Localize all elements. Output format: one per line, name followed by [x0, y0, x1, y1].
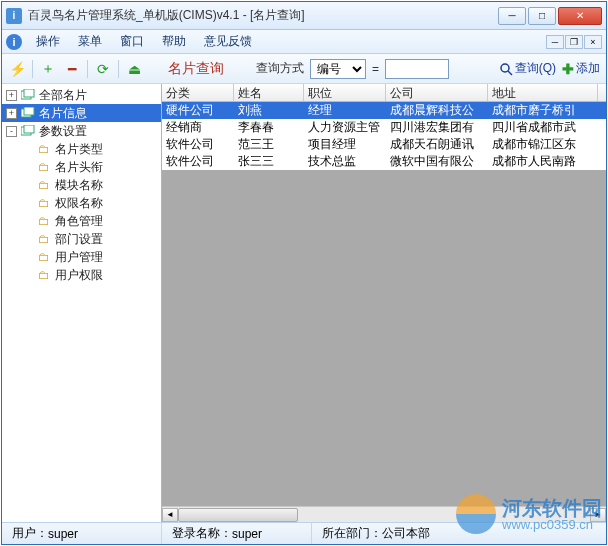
col-address[interactable]: 地址 [488, 84, 598, 101]
equals-label: = [372, 62, 379, 76]
table-row[interactable]: 软件公司张三三技术总监微软中国有限公成都市人民南路 [162, 153, 606, 170]
col-position[interactable]: 职位 [304, 84, 386, 101]
scroll-track[interactable] [178, 508, 590, 522]
table-row[interactable]: 经销商李春春人力资源主管四川港宏集团有四川省成都市武 [162, 119, 606, 136]
panel-title: 名片查询 [168, 60, 224, 78]
svg-line-7 [508, 71, 512, 75]
window-title: 百灵鸟名片管理系统_单机版(CIMS)v4.1 - [名片查询] [28, 7, 498, 24]
tree-label: 全部名片 [39, 87, 87, 104]
table-cell: 微软中国有限公 [386, 153, 488, 170]
add-icon[interactable]: ＋ [39, 60, 57, 78]
svg-point-6 [501, 64, 509, 72]
expand-icon[interactable]: + [6, 90, 17, 101]
col-category[interactable]: 分类 [162, 84, 234, 101]
grid-body: 硬件公司刘燕经理成都晨辉科技公成都市磨子桥引经销商李春春人力资源主管四川港宏集团… [162, 102, 606, 506]
query-mode-select[interactable]: 编号 [310, 59, 366, 79]
tree-node-child[interactable]: 🗀角色管理 [2, 212, 161, 230]
plus-icon: ✚ [562, 61, 574, 77]
tree-node-child[interactable]: 🗀名片类型 [2, 140, 161, 158]
tree-label: 模块名称 [55, 177, 103, 194]
separator [87, 60, 88, 78]
separator [118, 60, 119, 78]
horizontal-scrollbar[interactable]: ◄ ► [162, 506, 606, 522]
col-company[interactable]: 公司 [386, 84, 488, 101]
folder-icon: 🗀 [36, 214, 52, 228]
search-button[interactable]: 查询(Q) [499, 60, 556, 77]
minimize-button[interactable]: ─ [498, 7, 526, 25]
collapse-icon[interactable]: - [6, 126, 17, 137]
svg-rect-1 [24, 89, 34, 97]
tree-label: 名片信息 [39, 105, 87, 122]
col-name[interactable]: 姓名 [234, 84, 304, 101]
tree-node-all-cards[interactable]: + 全部名片 [2, 86, 161, 104]
remove-icon[interactable]: ━ [63, 60, 81, 78]
maximize-button[interactable]: □ [528, 7, 556, 25]
table-cell: 成都天石朗通讯 [386, 136, 488, 153]
tree-node-child[interactable]: 🗀用户管理 [2, 248, 161, 266]
table-cell: 张三三 [234, 153, 304, 170]
mdi-controls: ─ ❐ × [546, 35, 602, 49]
tree-label: 名片头衔 [55, 159, 103, 176]
tree-label: 用户权限 [55, 267, 103, 284]
side-toolbar: ⚡ ＋ ━ ⟳ ⏏ [2, 54, 162, 84]
search-icon [499, 62, 513, 76]
table-cell: 经销商 [162, 119, 234, 136]
menu-menu[interactable]: 菜单 [70, 31, 110, 52]
scroll-right-button[interactable]: ► [590, 508, 606, 522]
cards-icon [20, 88, 36, 102]
tree-node-child[interactable]: 🗀权限名称 [2, 194, 161, 212]
tree-node-settings[interactable]: - 参数设置 [2, 122, 161, 140]
scroll-thumb[interactable] [178, 508, 298, 522]
close-button[interactable]: ✕ [558, 7, 602, 25]
bolt-icon[interactable]: ⚡ [8, 60, 26, 78]
menu-feedback[interactable]: 意见反馈 [196, 31, 260, 52]
folder-icon: 🗀 [36, 268, 52, 282]
tree-label: 角色管理 [55, 213, 103, 230]
tree-label: 部门设置 [55, 231, 103, 248]
svg-rect-5 [24, 125, 34, 133]
table-cell: 范三王 [234, 136, 304, 153]
tree-node-child[interactable]: 🗀用户权限 [2, 266, 161, 284]
nav-tree: + 全部名片 + 名片信息 - 参数设置 🗀名片类型🗀名片头衔🗀模块名称🗀权限名… [2, 84, 161, 522]
table-cell: 成都市磨子桥引 [488, 102, 598, 119]
table-row[interactable]: 软件公司范三王项目经理成都天石朗通讯成都市锦江区东 [162, 136, 606, 153]
cards-icon [20, 124, 36, 138]
table-cell: 成都晨辉科技公 [386, 102, 488, 119]
table-cell: 成都市人民南路 [488, 153, 598, 170]
menu-operate[interactable]: 操作 [28, 31, 68, 52]
folder-icon: 🗀 [36, 160, 52, 174]
table-cell: 硬件公司 [162, 102, 234, 119]
tree-node-card-info[interactable]: + 名片信息 [2, 104, 161, 122]
table-cell: 四川港宏集团有 [386, 119, 488, 136]
tree-label: 用户管理 [55, 249, 103, 266]
table-cell: 成都市锦江区东 [488, 136, 598, 153]
table-row[interactable]: 硬件公司刘燕经理成都晨辉科技公成都市磨子桥引 [162, 102, 606, 119]
scroll-left-button[interactable]: ◄ [162, 508, 178, 522]
mdi-minimize-button[interactable]: ─ [546, 35, 564, 49]
status-user: 用户： super [2, 523, 162, 544]
refresh-icon[interactable]: ⟳ [94, 60, 112, 78]
table-cell: 项目经理 [304, 136, 386, 153]
add-button[interactable]: ✚ 添加 [562, 60, 600, 77]
menu-help[interactable]: 帮助 [154, 31, 194, 52]
right-panel: 名片查询 查询方式 编号 = 查询(Q) ✚ 添加 [162, 54, 606, 522]
folder-icon: 🗀 [36, 196, 52, 210]
tree-node-child[interactable]: 🗀名片头衔 [2, 158, 161, 176]
table-cell: 人力资源主管 [304, 119, 386, 136]
table-cell: 软件公司 [162, 136, 234, 153]
table-cell: 李春春 [234, 119, 304, 136]
query-value-input[interactable] [385, 59, 449, 79]
titlebar: i 百灵鸟名片管理系统_单机版(CIMS)v4.1 - [名片查询] ─ □ ✕ [2, 2, 606, 30]
search-label: 查询(Q) [515, 60, 556, 77]
info-icon[interactable]: i [6, 34, 22, 50]
mdi-close-button[interactable]: × [584, 35, 602, 49]
tree-node-child[interactable]: 🗀模块名称 [2, 176, 161, 194]
menu-window[interactable]: 窗口 [112, 31, 152, 52]
status-login: 登录名称： super [162, 523, 312, 544]
mdi-restore-button[interactable]: ❐ [565, 35, 583, 49]
exit-icon[interactable]: ⏏ [125, 60, 143, 78]
expand-icon[interactable]: + [6, 108, 17, 119]
tree-node-child[interactable]: 🗀部门设置 [2, 230, 161, 248]
app-icon: i [6, 8, 22, 24]
table-cell: 经理 [304, 102, 386, 119]
